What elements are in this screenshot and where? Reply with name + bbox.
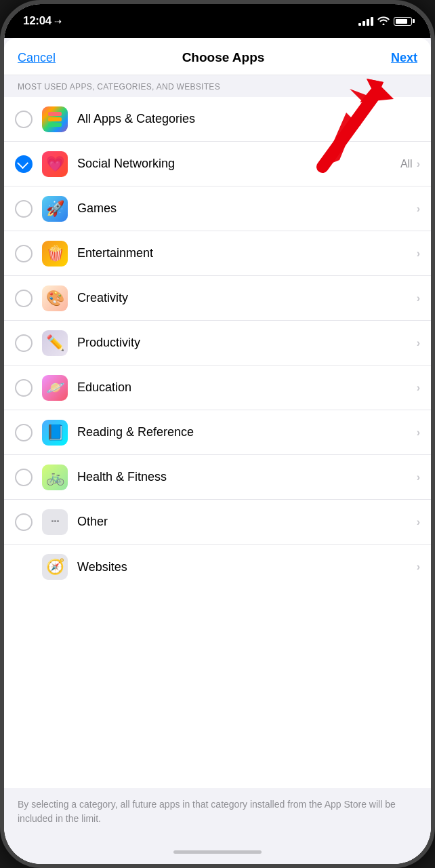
reading-reference-icon: 📘 [42, 420, 68, 446]
screen: 12:04 ⇢ [4, 4, 431, 864]
health-fitness-icon: 🚲 [42, 465, 68, 490]
section-header: MOST USED APPS, CATEGORIES, AND WEBSITES [4, 75, 431, 97]
radio-social-networking[interactable] [15, 155, 33, 173]
chevron-icon: › [417, 471, 420, 484]
other-icon: ··· [42, 509, 68, 535]
home-indicator [4, 840, 431, 864]
next-button[interactable]: Next [391, 51, 417, 65]
social-networking-icon: 💗 [42, 151, 68, 177]
cancel-button[interactable]: Cancel [18, 51, 56, 65]
home-bar [173, 850, 262, 854]
games-icon: 🚀 [42, 196, 68, 222]
list-item[interactable]: 🧭 Websites › [4, 545, 431, 589]
notch [167, 4, 268, 24]
education-icon: 🪐 [42, 375, 68, 401]
nav-header: Cancel Choose Apps Next [4, 38, 431, 75]
item-label: Games [77, 201, 417, 216]
list-item[interactable]: All Apps & Categories [4, 97, 431, 142]
chevron-icon: › [417, 292, 420, 304]
sheet: Cancel Choose Apps Next MOST USED APPS, … [4, 38, 431, 864]
list-item[interactable]: 🚀 Games › [4, 186, 431, 231]
battery-icon [394, 17, 412, 26]
radio-productivity[interactable] [15, 334, 33, 352]
radio-all-apps[interactable] [15, 111, 33, 128]
list-item[interactable]: 🎨 Creativity › [4, 276, 431, 321]
list-item[interactable]: ··· Other › [4, 500, 431, 545]
radio-games[interactable] [15, 200, 33, 218]
location-icon: ⇢ [54, 16, 62, 26]
radio-education[interactable] [15, 379, 33, 397]
chevron-icon: › [417, 248, 420, 260]
chevron-icon: › [417, 337, 420, 349]
item-label: Productivity [77, 336, 417, 350]
sublabel: All [400, 158, 413, 170]
page-title: Choose Apps [182, 50, 265, 65]
chevron-icon: › [417, 203, 420, 215]
status-icons [358, 16, 412, 27]
wifi-icon [377, 16, 390, 27]
radio-entertainment[interactable] [15, 245, 33, 262]
websites-icon: 🧭 [42, 554, 68, 580]
phone-frame: 12:04 ⇢ [0, 0, 435, 868]
entertainment-icon: 🍿 [42, 241, 68, 267]
item-label: All Apps & Categories [77, 112, 420, 126]
list-item[interactable]: 🚲 Health & Fitness › [4, 455, 431, 500]
list-item[interactable]: 🍿 Entertainment › [4, 231, 431, 276]
apps-list: All Apps & Categories 💗 Social Networkin… [4, 97, 431, 788]
chevron-icon: › [417, 427, 420, 439]
item-label: Social Networking [77, 157, 400, 171]
list-item[interactable]: 💗 Social Networking All › [4, 142, 431, 186]
productivity-icon: ✏️ [42, 330, 68, 356]
all-apps-icon [42, 106, 68, 132]
status-time: 12:04 [23, 14, 51, 28]
radio-creativity[interactable] [15, 290, 33, 307]
item-label: Reading & Reference [77, 425, 417, 439]
item-label: Education [77, 380, 417, 395]
radio-reading-reference[interactable] [15, 424, 33, 441]
item-label: Creativity [77, 291, 417, 305]
chevron-icon: › [417, 158, 420, 170]
radio-other[interactable] [15, 513, 33, 531]
item-label: Other [77, 515, 417, 529]
stack-icon [48, 112, 62, 127]
creativity-icon: 🎨 [42, 285, 68, 311]
footer-note: By selecting a category, all future apps… [4, 788, 431, 840]
item-label: Websites [77, 560, 417, 574]
item-label: Entertainment [77, 246, 417, 260]
list-item[interactable]: ✏️ Productivity › [4, 321, 431, 366]
list-item[interactable]: 🪐 Education › [4, 366, 431, 410]
list-item[interactable]: 📘 Reading & Reference › [4, 410, 431, 455]
signal-bars [358, 17, 373, 26]
radio-health-fitness[interactable] [15, 469, 33, 486]
item-label: Health & Fitness [77, 470, 417, 484]
chevron-icon: › [417, 561, 420, 573]
chevron-icon: › [417, 382, 420, 394]
chevron-icon: › [417, 516, 420, 528]
